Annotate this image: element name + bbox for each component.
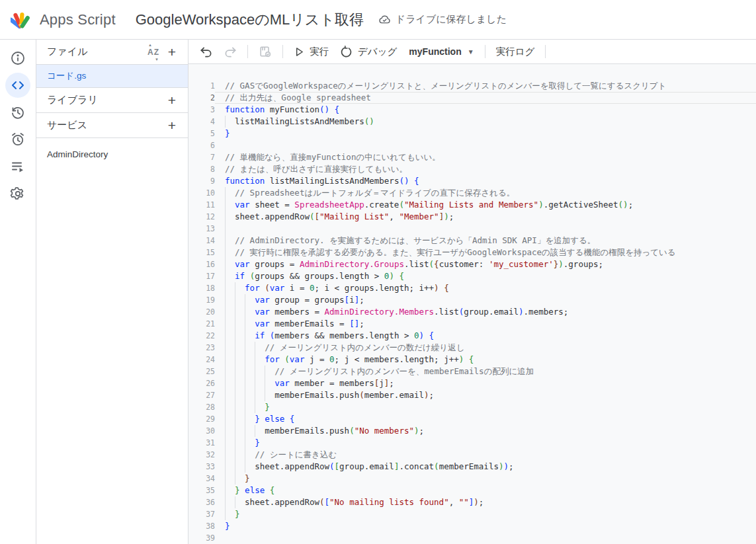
undo-button[interactable] [194,42,218,61]
code-line[interactable]: 16var groups = AdminDirectory.Groups.lis… [189,258,756,270]
services-header-label: サービス [47,119,87,132]
function-selector-dropdown[interactable]: myFunction ▼ [403,43,480,60]
redo-button[interactable] [218,42,243,61]
indent-guide [225,508,235,520]
code-line[interactable]: 18for (var i = 0; i < groups.length; i++… [189,282,756,294]
line-number: 38 [189,520,215,532]
indent-guide [225,258,235,270]
code-line[interactable]: 37} [189,508,756,520]
execution-log-button[interactable]: 実行ログ [490,42,541,61]
sidebar-item-executions[interactable] [5,154,30,179]
sort-az-icon[interactable]: A▲Z▼ [144,43,163,61]
line-content: for (var i = 0; i < groups.length; i++) … [215,282,756,294]
line-number: 22 [189,330,215,342]
code-line[interactable]: 14// AdminDirectory. を実施するためには、サービスから「Ad… [189,235,756,247]
debug-button[interactable]: デバッグ [335,42,403,61]
indent-guide [225,401,235,413]
line-content: // シートに書き込む [215,449,756,461]
code-line[interactable]: 36sheet.appendRow(["No mailing lists fou… [189,496,756,508]
code-line[interactable]: 26var member = members[j]; [189,377,756,389]
code-line[interactable]: 25// メーリングリスト内のメンバーを、memberEmailsの配列に追加 [189,366,756,377]
code-line[interactable]: 29} else { [189,413,756,425]
line-content: listMailingListsAndMembers() [215,116,756,128]
code-line[interactable]: 4listMailingListsAndMembers() [189,116,756,128]
toolbar-divider [485,45,485,58]
code-line[interactable]: 17if (groups && groups.length > 0) { [189,270,756,282]
code-line[interactable]: 30memberEmails.push("No members"); [189,425,756,437]
indent-guide [255,354,265,366]
indent-guide [225,247,235,258]
code-line[interactable]: 19var group = groups[i]; [189,294,756,306]
code-line[interactable]: 28} [189,401,756,413]
code-line[interactable]: 33sheet.appendRow([group.email].concat(m… [189,461,756,473]
sidebar-item-settings[interactable] [5,181,30,206]
code-line[interactable]: 15// 実行時に権限を承認する必要がある。また、実行ユーザがGoogleWor… [189,247,756,258]
indent-guide [225,342,235,354]
code-line[interactable]: 10// Spreadsheetはルートフォルダ＝マイドライブの直下に保存される… [189,187,756,199]
line-content [215,532,756,544]
line-content: // 出力先は、Google spreadsheet [215,92,756,104]
service-item[interactable]: AdminDirectory [36,142,188,166]
code-line[interactable]: 6 [189,139,756,151]
cloud-done-icon [378,13,391,26]
sidebar-item-editor[interactable] [5,73,30,98]
line-number: 2 [189,92,215,104]
code-line[interactable]: 24for (var j = 0; j < members.length; j+… [189,354,756,366]
line-number: 12 [189,211,215,223]
code-line[interactable]: 7// 単機能なら、直接myFunctionの中にいれてもいい。 [189,151,756,163]
project-title[interactable]: GoogleWorkspaceのMLリスト取得 [136,10,364,30]
indent-guide [225,354,235,366]
line-content: // メーリングリスト内のメンバーの数だけ繰り返し [215,342,756,354]
code-line[interactable]: 1// GASでGoogleWorkspaceのメーリングリストと、メーリングリ… [189,80,756,92]
code-line[interactable]: 22if (members && members.length > 0) { [189,330,756,342]
indent-guide [235,425,245,437]
indent-guide [225,294,235,306]
indent-guide [235,354,245,366]
line-content: sheet.appendRow(["No mailing lists found… [215,496,756,508]
line-content: var group = groups[i]; [215,294,756,306]
code-line[interactable]: 23// メーリングリスト内のメンバーの数だけ繰り返し [189,342,756,354]
code-line[interactable]: 2// 出力先は、Google spreadsheet [189,92,756,104]
code-line[interactable]: 31} [189,437,756,449]
run-button[interactable]: 実行 [288,42,335,61]
code-line[interactable]: 32// シートに書き込む [189,449,756,461]
add-service-button[interactable]: + [163,116,181,135]
code-line[interactable]: 13 [189,223,756,235]
indent-guide [225,425,235,437]
code-line[interactable]: 5} [189,128,756,139]
code-line[interactable]: 34} [189,473,756,485]
code-line[interactable]: 39 [189,532,756,544]
sidebar-item-overview[interactable] [5,46,30,71]
debug-icon [341,46,353,58]
line-content: memberEmails.push(member.email); [215,389,756,401]
save-project-button[interactable] [253,42,278,61]
indent-guide [235,282,245,294]
sidebar-item-triggers[interactable] [5,127,30,152]
code-line[interactable]: 38} [189,520,756,532]
execution-log-label: 実行ログ [496,46,535,58]
save-status: ドライブに保存しました [378,13,507,26]
sidebar-item-project-history[interactable] [5,100,30,125]
add-file-button[interactable]: + [163,43,181,61]
code-line[interactable]: 21var memberEmails = []; [189,318,756,330]
code-line[interactable]: 20var members = AdminDirectory.Members.l… [189,306,756,318]
info-icon [10,50,26,66]
line-number: 15 [189,247,215,258]
apps-script-home-link[interactable]: Apps Script [11,9,116,30]
indent-guide [235,473,245,485]
code-line[interactable]: 27memberEmails.push(member.email); [189,389,756,401]
play-icon [294,46,305,58]
code-line[interactable]: 9function listMailingListsAndMembers() { [189,175,756,187]
code-line[interactable]: 11var sheet = SpreadsheetApp.create("Mai… [189,199,756,211]
line-number: 10 [189,187,215,199]
files-panel: ファイル A▲Z▼ + コード.gs ライブラリ + サービス + AdminD… [36,40,189,544]
code-line[interactable]: 3function myFunction() { [189,104,756,116]
add-library-button[interactable]: + [163,91,181,110]
code-line[interactable]: 8// または、呼び出さずに直接実行してもいい。 [189,163,756,175]
code-line[interactable]: 12sheet.appendRow(["Mailing List", "Memb… [189,211,756,223]
code-editor[interactable]: 1// GASでGoogleWorkspaceのメーリングリストと、メーリングリ… [189,64,756,544]
indent-guide [225,437,235,449]
code-line[interactable]: 35} else { [189,485,756,496]
file-item[interactable]: コード.gs [36,65,188,87]
chevron-down-icon: ▼ [468,48,474,56]
